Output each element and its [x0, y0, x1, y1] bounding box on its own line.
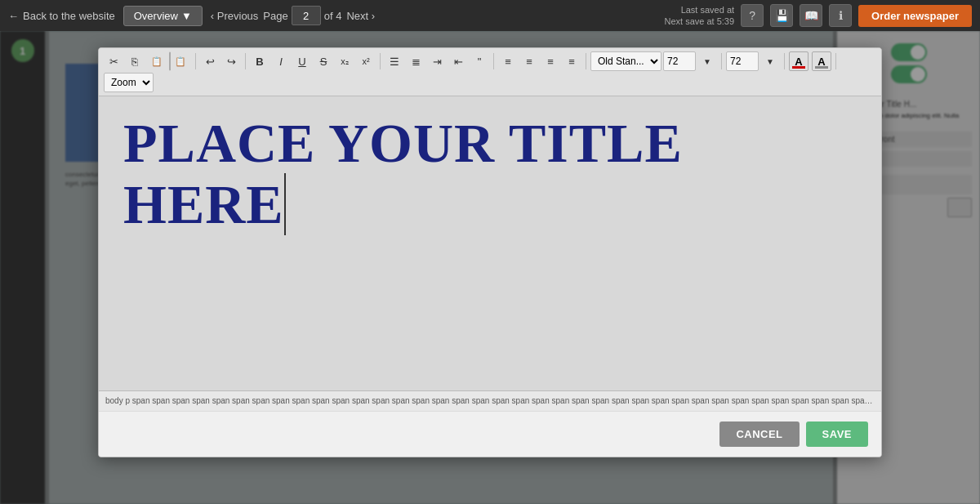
- save-status: Last saved at Next save at 5:39: [664, 4, 734, 28]
- book-icon-button[interactable]: 📖: [800, 4, 822, 27]
- modal-footer: CANCEL SAVE: [99, 411, 881, 457]
- save-icon-button[interactable]: 💾: [770, 4, 793, 27]
- editor-statusbar: body p span span span span span span spa…: [99, 390, 881, 411]
- back-arrow-icon: ←: [8, 10, 19, 22]
- toolbar-separator-6: [721, 53, 722, 69]
- save-button[interactable]: SAVE: [806, 421, 868, 447]
- indent-button[interactable]: ⇥: [427, 51, 447, 71]
- toolbar-separator-3: [380, 53, 381, 69]
- ordered-list-button[interactable]: ≣: [406, 51, 425, 71]
- align-left-button[interactable]: ≡: [498, 51, 518, 71]
- next-arrow-icon: ›: [372, 10, 375, 22]
- toolbar-separator-2: [245, 53, 246, 69]
- cancel-button[interactable]: CANCEL: [719, 421, 799, 447]
- back-to-website-button[interactable]: ← Back to the website: [8, 10, 115, 22]
- font-size-input-down[interactable]: ▼: [760, 51, 780, 71]
- toolbar-separator-4: [493, 53, 494, 69]
- info-button[interactable]: ℹ: [829, 4, 852, 27]
- editor-content-area[interactable]: PLACE YOUR TITLE HERE: [99, 96, 881, 390]
- editor-toolbar: ✂ ⎘ 📋 📋 ↩ ↪ B I U S x₂ x² ☰ ≣ ⇥ ⇤ " ≡ ≡ …: [99, 48, 881, 96]
- order-newspaper-button[interactable]: Order newspaper: [858, 5, 972, 27]
- bold-button[interactable]: B: [250, 51, 270, 71]
- copy-button[interactable]: ⎘: [125, 51, 145, 71]
- prev-arrow-icon: ‹: [211, 10, 214, 22]
- toolbar-separator-7: [784, 53, 785, 69]
- paste-button[interactable]: 📋: [146, 51, 167, 71]
- blockquote-button[interactable]: ": [470, 51, 489, 71]
- book-icon: 📖: [804, 9, 818, 22]
- paste-special-button[interactable]: 📋: [169, 51, 191, 71]
- undo-button[interactable]: ↩: [200, 51, 220, 71]
- font-family-select[interactable]: Old Stan...: [590, 51, 662, 71]
- prev-page-button[interactable]: ‹ Previous: [211, 10, 259, 22]
- redo-button[interactable]: ↪: [221, 51, 241, 71]
- strikethrough-button[interactable]: S: [314, 51, 333, 71]
- top-navigation: ← Back to the website Overview ▼ ‹ Previ…: [0, 0, 980, 31]
- superscript-button[interactable]: x²: [356, 51, 376, 71]
- page-navigation: ‹ Previous Page of 4 Next ›: [211, 6, 375, 25]
- page-number-group: Page of 4: [263, 6, 341, 25]
- info-icon: ℹ: [839, 9, 843, 22]
- font-bg-color-indicator: [815, 66, 828, 69]
- next-page-button[interactable]: Next ›: [346, 10, 375, 22]
- font-bg-color-button[interactable]: A: [812, 51, 831, 71]
- font-size-down-button[interactable]: ▼: [697, 51, 717, 71]
- font-size-input[interactable]: [726, 51, 759, 71]
- chevron-down-icon: ▼: [181, 10, 192, 22]
- font-size-select[interactable]: [663, 51, 696, 71]
- help-button[interactable]: ?: [741, 4, 764, 27]
- subscript-button[interactable]: x₂: [335, 51, 354, 71]
- top-nav-right: Last saved at Next save at 5:39 ? 💾 📖 ℹ …: [664, 4, 972, 28]
- text-editor-modal: ✂ ⎘ 📋 📋 ↩ ↪ B I U S x₂ x² ☰ ≣ ⇥ ⇤ " ≡ ≡ …: [98, 47, 882, 457]
- overview-dropdown-button[interactable]: Overview ▼: [123, 6, 203, 26]
- zoom-select[interactable]: Zoom: [104, 73, 154, 92]
- font-color-indicator: [792, 66, 805, 69]
- toolbar-separator-5: [586, 53, 586, 69]
- editor-title-text[interactable]: PLACE YOUR TITLE HERE: [123, 112, 683, 235]
- align-justify-button[interactable]: ≡: [562, 51, 581, 71]
- italic-button[interactable]: I: [271, 51, 291, 71]
- outdent-button[interactable]: ⇤: [448, 51, 468, 71]
- unordered-list-button[interactable]: ☰: [385, 51, 404, 71]
- page-number-input[interactable]: [292, 6, 321, 25]
- underline-button[interactable]: U: [292, 51, 312, 71]
- font-color-button[interactable]: A: [789, 51, 808, 71]
- cut-button[interactable]: ✂: [104, 51, 123, 71]
- align-right-button[interactable]: ≡: [541, 51, 560, 71]
- modal-overlay: ✂ ⎘ 📋 📋 ↩ ↪ B I U S x₂ x² ☰ ≣ ⇥ ⇤ " ≡ ≡ …: [0, 31, 980, 504]
- toolbar-separator-1: [195, 53, 196, 69]
- toolbar-separator-8: [835, 53, 836, 69]
- save-disk-icon: 💾: [775, 9, 789, 22]
- align-center-button[interactable]: ≡: [519, 51, 539, 71]
